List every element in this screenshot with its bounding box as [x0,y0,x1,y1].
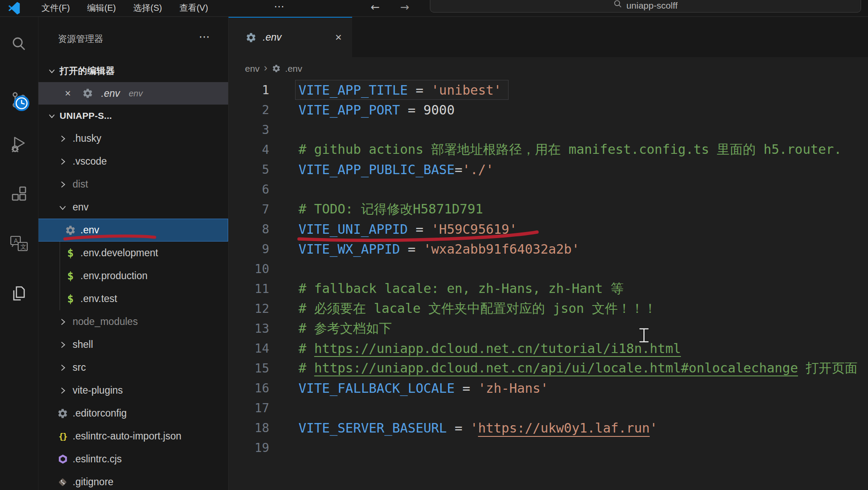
chevron-right-icon[interactable] [56,361,69,374]
code-line-content: VITE_UNI_APPID = 'H59C95619' [299,222,517,237]
chevron-down-icon[interactable] [48,67,56,75]
code-line-10[interactable]: 10 [228,259,868,279]
tree-item-.env[interactable]: .env [38,219,228,242]
file-tree: .husky.vscodedistenv.env$.env.developmen… [38,127,228,490]
close-icon[interactable]: × [65,88,71,99]
code-line-12[interactable]: 12# 必须要在 lacale 文件夹中配置对应的 json 文件！！！ [228,299,868,318]
activity-bar: A文 [0,16,38,490]
code-line-2[interactable]: 2VITE_APP_PORT = 9000 [228,100,868,120]
code-line-content: VITE_APP_PORT = 9000 [299,102,455,118]
code-line-content: VITE_WX_APPID = 'wxa2abb91f64032a2b' [299,242,579,257]
line-number: 7 [228,202,269,216]
breadcrumb-file[interactable]: .env [285,64,302,74]
vscode-logo-icon [7,1,22,17]
code-line-15[interactable]: 15# https://uniapp.dcloud.net.cn/api/ui/… [228,358,868,378]
tree-item-dist[interactable]: dist [38,173,228,196]
code-line-19[interactable]: 19 [228,438,868,458]
line-number: 11 [228,282,269,296]
breadcrumb: env › .env [228,57,868,80]
tree-item-.env.development[interactable]: $.env.development [38,242,228,264]
tree-item-.env.test[interactable]: $.env.test [38,287,228,310]
menu-item-3[interactable]: 查看(V) [179,2,208,14]
tree-item-vite-plugins[interactable]: vite-plugins [38,379,228,402]
tree-item-env[interactable]: env [38,196,228,219]
chevron-right-icon[interactable] [56,155,69,168]
tree-item-label: .eslintrc-auto-import.json [73,430,181,442]
line-number: 17 [228,401,269,415]
gear-icon [272,64,281,73]
sidebar-more-icon[interactable]: ⋯ [199,30,210,44]
menu-item-1[interactable]: 编辑(E) [87,2,116,14]
nav-forward-icon[interactable]: → [400,1,409,13]
editor-group: .env × env › .env 1VITE_APP_TITLE = 'uni… [228,16,868,490]
translate-icon[interactable]: A文 [9,233,29,254]
tree-item-shell[interactable]: shell [38,333,228,356]
chevron-right-icon[interactable] [56,384,69,397]
code-line-14[interactable]: 14# https://uniapp.dcloud.net.cn/tutoria… [228,338,868,358]
tree-item-.vscode[interactable]: .vscode [38,150,228,173]
line-number: 13 [228,321,269,336]
code-line-content: # 必须要在 lacale 文件夹中配置对应的 json 文件！！！ [299,300,657,318]
code-line-7[interactable]: 7# TODO: 记得修改H5871D791 [228,199,868,219]
search-icon[interactable] [9,34,29,55]
code-line-1[interactable]: 1VITE_APP_TITLE = 'unibest' [228,80,868,100]
menu-item-2[interactable]: 选择(S) [133,2,162,14]
line-number: 10 [228,262,269,276]
tree-item-.eslintrc-auto-import.json[interactable]: {}.eslintrc-auto-import.json [38,425,228,448]
run-and-debug-icon[interactable] [9,134,29,154]
close-icon[interactable]: × [335,31,342,44]
copied-pages-icon[interactable] [9,283,29,304]
git-icon [56,476,69,489]
menu-bar: 文件(F)编辑(E)选择(S)查看(V) [41,0,208,16]
line-number: 19 [228,441,269,455]
tree-item-.env.production[interactable]: $.env.production [38,264,228,287]
project-section-header[interactable]: UNIAPP-S... [38,105,228,127]
code-line-content: # fallback lacale: en, zh-Hans, zh-Hant … [299,280,623,298]
code-area[interactable]: 1VITE_APP_TITLE = 'unibest'2VITE_APP_POR… [228,80,868,458]
line-number: 4 [228,143,269,157]
code-line-11[interactable]: 11# fallback lacale: en, zh-Hans, zh-Han… [228,279,868,299]
chevron-right-icon[interactable] [56,178,69,191]
title-bar: 文件(F)编辑(E)选择(S)查看(V) ⋯ ← → uniapp-scolff [0,0,868,17]
code-line-18[interactable]: 18VITE_SERVER_BASEURL = 'https://ukw0y1.… [228,418,868,438]
tree-item-src[interactable]: src [38,356,228,379]
code-line-17[interactable]: 17 [228,398,868,418]
svg-text:文: 文 [20,243,26,250]
code-line-4[interactable]: 4# github actions 部署地址根路径，用在 manifest.co… [228,140,868,159]
tree-item-.gitignore[interactable]: .gitignore [38,471,228,490]
tab-env[interactable]: .env × [228,16,352,57]
menu-overflow-icon[interactable]: ⋯ [274,0,284,13]
breadcrumb-folder[interactable]: env [245,64,260,74]
open-editor-item-env[interactable]: × .env env [38,82,228,105]
dollar-icon: $ [64,293,77,305]
extensions-icon[interactable] [9,184,29,204]
tree-item-node_modules[interactable]: node_modules [38,310,228,333]
code-line-5[interactable]: 5VITE_APP_PUBLIC_BASE='./' [228,159,868,179]
code-line-9[interactable]: 9VITE_WX_APPID = 'wxa2abb91f64032a2b' [228,239,868,259]
code-line-3[interactable]: 3 [228,120,868,140]
code-line-13[interactable]: 13# 参考文档如下 [228,318,868,338]
chevron-down-icon[interactable] [48,111,56,120]
tree-item-label: env [73,201,89,213]
line-number: 15 [228,361,269,375]
code-line-6[interactable]: 6 [228,179,868,199]
chevron-right-icon[interactable] [56,338,69,351]
code-line-content: # TODO: 记得修改H5871D791 [299,200,483,218]
tree-item-.husky[interactable]: .husky [38,127,228,150]
nav-back-icon[interactable]: ← [371,1,380,13]
chevron-down-icon[interactable] [56,201,69,214]
chevron-right-icon[interactable] [56,315,69,328]
chevron-right-icon[interactable] [56,132,69,145]
menu-item-0[interactable]: 文件(F) [41,2,70,14]
line-number: 16 [228,381,269,395]
tree-item-.eslintrc.cjs[interactable]: .eslintrc.cjs [38,448,228,471]
code-line-8[interactable]: 8VITE_UNI_APPID = 'H59C95619' [228,219,868,239]
open-editors-section-header[interactable]: 打开的编辑器 [38,60,228,82]
explorer-sidebar: 资源管理器 ⋯ 打开的编辑器 × .env env UNIAPP-S... [38,16,229,490]
line-number: 5 [228,162,269,177]
code-line-16[interactable]: 16VITE_FALLBACK_LOCALE = 'zh-Hans' [228,378,868,398]
tree-item-label: src [73,362,86,373]
tree-item-.editorconfig[interactable]: .editorconfig [38,402,228,425]
line-number: 1 [228,83,269,97]
command-center-search[interactable]: uniapp-scolff [430,0,861,13]
